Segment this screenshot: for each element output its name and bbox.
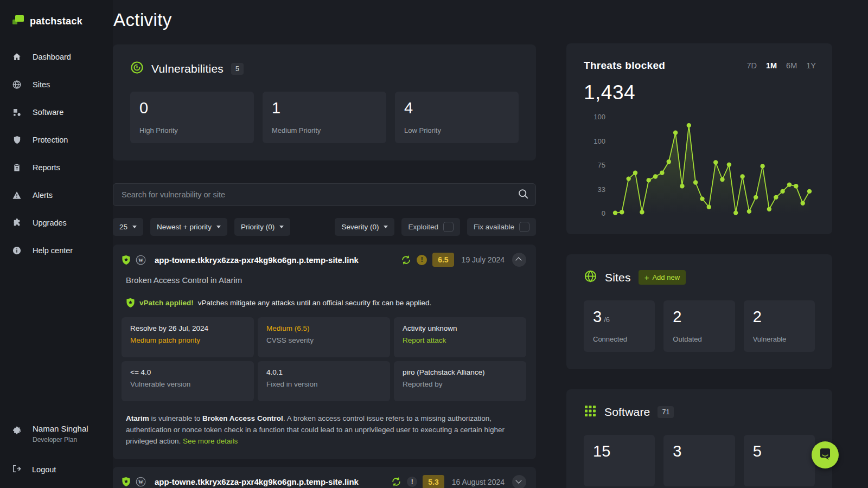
range-tab-6m[interactable]: 6M bbox=[786, 61, 797, 70]
sidebar-item-label: Alerts bbox=[33, 191, 53, 200]
see-more-details-link[interactable]: See more details bbox=[183, 437, 238, 445]
sidebar-item-protection[interactable]: Protection bbox=[12, 135, 113, 145]
range-tab-1m[interactable]: 1M bbox=[766, 61, 777, 70]
sidebar-item-label: Sites bbox=[33, 80, 50, 89]
sites-title: Sites bbox=[605, 271, 631, 284]
shield-icon bbox=[12, 135, 22, 145]
stat-number: 15 bbox=[593, 442, 610, 460]
software-stat-tile: 15 bbox=[584, 435, 655, 486]
plus-icon: + bbox=[644, 273, 649, 281]
threats-blocked-title: Threats blocked bbox=[584, 60, 665, 72]
svg-text:75: 75 bbox=[598, 161, 605, 169]
exploited-filter[interactable]: Exploited bbox=[401, 218, 460, 236]
grid-icon bbox=[584, 404, 597, 420]
software-stat-tile: 3 bbox=[663, 435, 735, 486]
detail-value: Activity unknown bbox=[403, 324, 518, 332]
stat-suffix: /6 bbox=[604, 316, 610, 324]
sites-stats: 3/6Connected2Outdated2Vulnerable bbox=[584, 300, 815, 352]
sidebar-item-help-center[interactable]: Help center bbox=[12, 246, 113, 255]
clipboard-icon bbox=[12, 163, 22, 172]
detail-value: 4.0.1 bbox=[266, 368, 381, 376]
vulnerabilities-summary-card: Vulnerabilities 5 0High Priority1Medium … bbox=[113, 44, 536, 160]
vulnerability-card-header: Wapp-towne.tkkryx6zza-pxr4kg9ko6gn.p.tem… bbox=[122, 475, 526, 488]
search-input[interactable] bbox=[113, 183, 536, 206]
vpatch-status: vPatch applied!vPatches mitigate any att… bbox=[126, 298, 526, 308]
expand-button[interactable] bbox=[512, 475, 526, 488]
software-count-badge: 71 bbox=[658, 406, 674, 418]
detail-tile: <= 4.0Vulnerable version bbox=[122, 361, 254, 401]
warning-triangle-icon bbox=[12, 190, 22, 200]
collapse-button[interactable] bbox=[512, 253, 526, 267]
chevron-down-icon bbox=[132, 226, 137, 228]
stat-value: 4 bbox=[404, 100, 509, 116]
patchstack-logo[interactable]: patchstack bbox=[12, 14, 113, 28]
exploited-checkbox[interactable] bbox=[443, 222, 454, 232]
vulnerability-site-link[interactable]: app-towne.tkkryx6zza-pxr4kg9ko6gn.p.temp… bbox=[155, 477, 359, 486]
exclamation-icon: ! bbox=[417, 255, 427, 265]
sidebar-item-sites[interactable]: Sites bbox=[12, 80, 113, 89]
stat-value: 2 bbox=[673, 309, 725, 325]
detail-tile: 4.0.1Fixed in version bbox=[258, 361, 390, 401]
logout-button[interactable]: Logout bbox=[12, 464, 113, 475]
sidebar-item-alerts[interactable]: Alerts bbox=[12, 190, 113, 200]
stat-value: 15 bbox=[593, 444, 646, 459]
detail-value: Resolve by 26 Jul, 2024 bbox=[130, 324, 245, 332]
sidebar-item-dashboard[interactable]: Dashboard bbox=[12, 52, 113, 62]
vulnerability-site-link[interactable]: app-towne.tkkryx6zza-pxr4kg9ko6gn.p.temp… bbox=[155, 255, 359, 265]
stat-number: 3 bbox=[593, 308, 602, 325]
detail-value: piro (Patchstack Alliance) bbox=[403, 368, 518, 376]
range-tab-7d[interactable]: 7D bbox=[746, 61, 757, 70]
sidebar-item-software[interactable]: Software bbox=[12, 107, 113, 117]
priority-filter[interactable]: Priority (0) bbox=[234, 218, 290, 236]
cvss-score-badge: 5.3 bbox=[423, 475, 444, 488]
description-bold: Broken Access Control bbox=[202, 414, 283, 422]
vulnerability-card-header: Wapp-towne.tkkryx6zza-pxr4kg9ko6gn.p.tem… bbox=[122, 253, 526, 267]
sidebar-item-upgrades[interactable]: Upgrades bbox=[12, 218, 113, 228]
page-size-select[interactable]: 25 bbox=[113, 218, 143, 236]
plugin-icon bbox=[12, 107, 22, 117]
range-tabs: 7D1M6M1Y bbox=[746, 61, 816, 70]
stat-number: 4 bbox=[404, 99, 413, 117]
detail-tile: Resolve by 26 Jul, 2024Medium patch prio… bbox=[122, 317, 254, 357]
filter-row: 25 Newest + priority Priority (0) Severi… bbox=[113, 218, 536, 236]
refresh-icon[interactable] bbox=[401, 255, 411, 265]
globe-icon bbox=[584, 269, 597, 285]
vulnerability-list: Wapp-towne.tkkryx6zza-pxr4kg9ko6gn.p.tem… bbox=[113, 245, 536, 488]
stat-label: Low Priority bbox=[404, 126, 509, 134]
stat-number: 3 bbox=[673, 442, 681, 460]
gear-icon bbox=[12, 426, 22, 438]
fix-available-filter[interactable]: Fix available bbox=[467, 218, 536, 236]
range-tab-1y[interactable]: 1Y bbox=[806, 61, 816, 70]
severity-filter[interactable]: Severity (0) bbox=[335, 218, 394, 236]
exclamation-icon: ! bbox=[407, 477, 417, 487]
stat-value: 1 bbox=[272, 100, 377, 116]
account-settings[interactable]: Naman Singhal Developer Plan bbox=[12, 424, 113, 444]
detail-tile: Activity unknownReport attack bbox=[394, 317, 526, 357]
detail-label-link[interactable]: Report attack bbox=[403, 336, 518, 344]
chat-icon bbox=[818, 447, 832, 463]
stat-value: 3/6 bbox=[593, 309, 646, 325]
vulnerability-header-actions: !5.316 August 2024 bbox=[391, 475, 526, 488]
vpatch-shield-icon bbox=[126, 298, 135, 308]
page-title: Activity bbox=[113, 10, 536, 30]
search-icon[interactable] bbox=[516, 188, 529, 201]
fix-available-checkbox[interactable] bbox=[519, 222, 529, 232]
stat-value: 0 bbox=[139, 100, 245, 116]
sidebar-item-reports[interactable]: Reports bbox=[12, 163, 113, 172]
threats-blocked-card: Threats blocked 7D1M6M1Y 1,434 100100753… bbox=[566, 43, 832, 234]
vulnerability-stat-tile: 4Low Priority bbox=[395, 92, 519, 143]
user-plan: Developer Plan bbox=[33, 436, 88, 444]
search-bar bbox=[113, 183, 536, 206]
sites-card: Sites + Add new 3/6Connected2Outdated2Vu… bbox=[566, 254, 832, 369]
stat-number: 5 bbox=[753, 442, 762, 460]
chat-launcher-button[interactable] bbox=[812, 441, 839, 468]
brand-name: patchstack bbox=[30, 16, 82, 27]
detail-label: Medium patch priority bbox=[130, 336, 245, 344]
detail-label: Vulnerable version bbox=[130, 380, 245, 388]
chevron-down-icon bbox=[216, 226, 221, 228]
stat-value: 3 bbox=[673, 444, 725, 459]
stat-number: 2 bbox=[673, 308, 681, 325]
refresh-icon[interactable] bbox=[391, 477, 401, 487]
sort-select[interactable]: Newest + priority bbox=[150, 218, 227, 236]
add-site-button[interactable]: + Add new bbox=[639, 270, 686, 285]
